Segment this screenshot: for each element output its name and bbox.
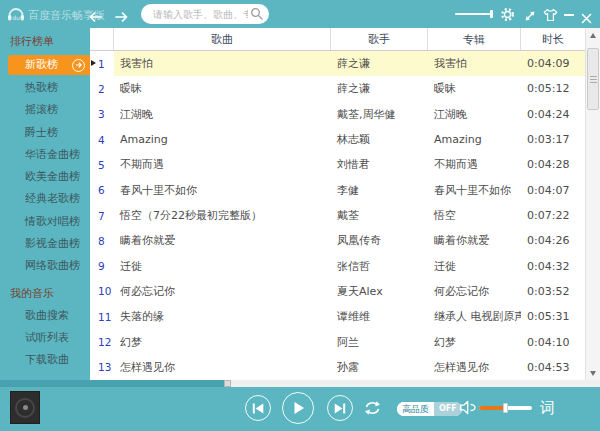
row-number: 8 <box>90 228 114 253</box>
headphones-logo-icon: du <box>7 6 25 26</box>
search-icon[interactable] <box>250 5 263 24</box>
close-icon[interactable] <box>581 9 592 28</box>
table-row[interactable]: 7 悟空（7分22秒最初完整版） 戴荃 悟空 0:07:22 <box>90 203 585 228</box>
table-row[interactable]: 3 江湖晚 戴荃,周华健 江湖晚 0:04:24 <box>90 102 585 127</box>
song-duration: 0:04:07 <box>521 178 585 203</box>
previous-track-button[interactable] <box>245 395 271 421</box>
song-duration: 0:04:32 <box>521 254 585 279</box>
song-duration: 0:04:24 <box>521 102 585 127</box>
sidebar-item-internet-songs[interactable]: 网络歌曲榜 <box>0 255 90 277</box>
song-artist: 阿兰 <box>331 329 428 354</box>
header-duration[interactable]: 时长 <box>521 28 585 50</box>
sidebar-item-movie-tv-gold[interactable]: 影视金曲榜 <box>0 233 90 255</box>
song-artist: 林志颖 <box>331 127 428 152</box>
song-artist: 戴荃 <box>331 203 428 228</box>
sidebar-item-love-duets[interactable]: 情歌对唱榜 <box>0 211 90 233</box>
quality-state-badge: OFF <box>434 402 462 416</box>
song-album: 暧昧 <box>428 76 521 101</box>
seek-bar-handle[interactable] <box>224 380 231 387</box>
scrollbar-down-arrow[interactable] <box>586 366 600 380</box>
song-duration: 0:03:17 <box>521 127 585 152</box>
sidebar-item-downloads[interactable]: 下载歌曲 <box>0 349 90 371</box>
table-row[interactable]: 13 怎样遇见你 孙露 怎样遇见你 0:04:53 <box>90 355 585 380</box>
song-table: 歌曲 歌手 专辑 时长 1 我害怕 薛之谦 我害怕 0:04:09 <box>90 28 585 380</box>
search-box[interactable] <box>141 4 269 24</box>
transparency-slider[interactable] <box>455 13 493 15</box>
table-row[interactable]: 1 我害怕 薛之谦 我害怕 0:04:09 <box>90 51 585 76</box>
arrow-right-icon <box>72 59 85 72</box>
song-album: 悟空 <box>428 203 521 228</box>
seek-bar-fill <box>0 380 228 387</box>
song-album: 不期而遇 <box>428 152 521 177</box>
header-song[interactable]: 歌曲 <box>114 28 331 50</box>
previous-icon <box>252 403 264 414</box>
scrollbar-up-arrow[interactable] <box>586 28 600 42</box>
album-art-placeholder[interactable] <box>10 391 40 424</box>
sidebar-item-jazz[interactable]: 爵士榜 <box>0 122 90 144</box>
table-row[interactable]: 9 迁徙 张信哲 迁徙 0:04:32 <box>90 254 585 279</box>
now-playing-icon <box>91 60 96 66</box>
header-artist[interactable]: 歌手 <box>331 28 428 50</box>
row-number: 13 <box>90 355 114 380</box>
sidebar-item-new-songs[interactable]: 新歌榜 <box>8 55 90 75</box>
sidebar-item-western-gold[interactable]: 欧美金曲榜 <box>0 166 90 188</box>
vertical-scrollbar[interactable] <box>585 28 600 380</box>
seek-bar[interactable] <box>0 380 600 387</box>
forward-arrow-button[interactable] <box>114 8 130 20</box>
sidebar-item-rock[interactable]: 摇滚榜 <box>0 99 90 121</box>
loop-icon <box>363 400 382 416</box>
row-number: 11 <box>90 304 114 329</box>
quality-label: 高品质 <box>397 402 434 416</box>
loop-mode-button[interactable] <box>363 400 382 420</box>
table-row[interactable]: 12 幻梦 阿兰 幻梦 0:04:10 <box>90 329 585 354</box>
table-row[interactable]: 4 Amazing 林志颖 Amazing 0:03:17 <box>90 127 585 152</box>
sidebar: 排行榜单 新歌榜 热歌榜 摇滚榜 爵士榜 华语金曲榜 欧美金曲榜 经典老歌榜 情… <box>0 28 90 380</box>
sidebar-item-song-search[interactable]: 歌曲搜索 <box>0 305 90 327</box>
lyrics-button[interactable]: 词 <box>540 399 555 418</box>
header-album[interactable]: 专辑 <box>428 28 521 50</box>
row-number: 10 <box>90 279 114 304</box>
song-artist: 李健 <box>331 178 428 203</box>
song-artist: 薛之谦 <box>331 76 428 101</box>
song-title: 失落的缘 <box>114 304 331 329</box>
row-number: 7 <box>90 203 114 228</box>
song-title: 怎样遇见你 <box>114 355 331 380</box>
table-row[interactable]: 5 不期而遇 刘惜君 不期而遇 0:04:28 <box>90 152 585 177</box>
song-duration: 0:07:22 <box>521 203 585 228</box>
song-duration: 0:03:52 <box>521 279 585 304</box>
table-row[interactable]: 8 瞒着你就爱 凤凰传奇 瞒着你就爱 0:04:26 <box>90 228 585 253</box>
song-title: Amazing <box>114 127 331 152</box>
row-number: 9 <box>90 254 114 279</box>
volume-slider-handle[interactable] <box>503 403 508 413</box>
sidebar-item-chinese-gold[interactable]: 华语金曲榜 <box>0 144 90 166</box>
song-artist: 夏天Alex <box>331 279 428 304</box>
table-row[interactable]: 6 春风十里不如你 李健 春风十里不如你 0:04:07 <box>90 178 585 203</box>
volume-slider[interactable] <box>479 406 532 410</box>
speaker-icon[interactable] <box>459 400 476 419</box>
row-number: 6 <box>90 178 114 203</box>
sidebar-item-classic-oldies[interactable]: 经典老歌榜 <box>0 188 90 210</box>
play-button[interactable] <box>282 392 314 424</box>
minimize-icon[interactable] <box>564 14 574 16</box>
sidebar-item-listen-list[interactable]: 试听列表 <box>0 327 90 349</box>
table-row[interactable]: 10 何必忘记你 夏天Alex 何必忘记你 0:03:52 <box>90 279 585 304</box>
search-input[interactable] <box>151 8 250 21</box>
quality-toggle[interactable]: 高品质 OFF <box>397 402 462 416</box>
table-row[interactable]: 2 暧昧 薛之谦 暧昧 0:05:12 <box>90 76 585 101</box>
table-body: 1 我害怕 薛之谦 我害怕 0:04:09 2 暧昧 薛之谦 暧昧 0:05:1… <box>90 51 585 380</box>
scrollbar-thumb[interactable] <box>587 48 599 110</box>
sidebar-item-hot-songs[interactable]: 热歌榜 <box>0 77 90 99</box>
mini-mode-icon[interactable] <box>523 8 536 27</box>
settings-gear-icon[interactable] <box>500 7 515 26</box>
row-number: 2 <box>90 76 114 101</box>
song-duration: 0:04:09 <box>521 51 585 76</box>
transparency-slider-handle[interactable] <box>490 10 493 18</box>
song-album: 何必忘记你 <box>428 279 521 304</box>
next-track-button[interactable] <box>327 395 353 421</box>
row-number: 3 <box>90 102 114 127</box>
skin-shirt-icon[interactable] <box>543 7 558 26</box>
song-title: 何必忘记你 <box>114 279 331 304</box>
back-arrow-button[interactable] <box>88 8 104 20</box>
table-header: 歌曲 歌手 专辑 时长 <box>90 28 585 51</box>
table-row[interactable]: 11 失落的缘 谭维维 继承人 电视剧原声带 0:05:31 <box>90 304 585 329</box>
